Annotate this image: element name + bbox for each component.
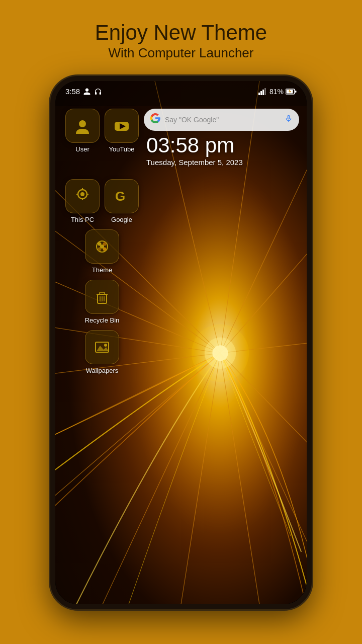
app-this-pc[interactable]: This PC xyxy=(65,179,100,223)
signal-icon xyxy=(258,88,267,95)
clock-date: Tuesday, September 5, 2023 xyxy=(146,158,299,167)
wallpapers-icon xyxy=(93,338,111,356)
recycle-bin-icon-bg xyxy=(85,280,119,314)
promo-title: Enjoy New Theme xyxy=(95,20,267,45)
google-app-icon: G xyxy=(113,187,131,205)
this-pc-label: This PC xyxy=(71,216,94,223)
theme-icon xyxy=(93,237,111,256)
this-pc-icon-bg xyxy=(65,179,100,213)
phone-mockup: 3:58 81% xyxy=(50,76,312,609)
battery-icon xyxy=(286,88,297,95)
phone-screen: 3:58 81% xyxy=(55,81,307,604)
status-left: 3:58 xyxy=(65,87,102,96)
theme-icon-bg xyxy=(85,229,119,264)
app-youtube[interactable]: YouTube xyxy=(105,109,139,153)
svg-rect-22 xyxy=(260,91,262,95)
app-wallpapers[interactable]: Wallpapers xyxy=(65,330,139,374)
svg-rect-46 xyxy=(100,292,105,294)
svg-rect-23 xyxy=(262,90,264,95)
user-label: User xyxy=(75,145,89,153)
search-placeholder: Say "OK Google" xyxy=(165,116,280,124)
search-bar[interactable]: Say "OK Google" xyxy=(144,109,299,131)
promo-subtitle: With Computer Launcher xyxy=(95,45,267,61)
icons-row-2: This PC G Google xyxy=(65,179,139,223)
wallpapers-icon-bg xyxy=(85,330,119,364)
svg-point-32 xyxy=(80,192,84,196)
svg-point-43 xyxy=(100,245,104,249)
svg-rect-24 xyxy=(264,88,266,95)
user-icon xyxy=(73,117,92,135)
app-user[interactable]: User xyxy=(65,109,100,153)
svg-point-51 xyxy=(104,344,107,347)
clock-time: 03:58 pm xyxy=(146,135,299,156)
svg-text:G: G xyxy=(115,189,125,204)
left-icons-column: This PC G Google xyxy=(65,179,139,380)
google-label: Google xyxy=(111,216,132,223)
clock-widget: 03:58 pm Tuesday, September 5, 2023 xyxy=(144,135,299,167)
svg-rect-26 xyxy=(295,91,297,93)
wallpapers-label: Wallpapers xyxy=(86,367,119,374)
youtube-icon-bg xyxy=(105,109,139,143)
svg-point-20 xyxy=(192,325,249,382)
svg-point-28 xyxy=(79,120,86,127)
battery-percent: 81% xyxy=(269,88,284,96)
google-g-icon xyxy=(150,113,161,124)
microphone-icon xyxy=(284,114,293,123)
status-time: 3:58 xyxy=(65,87,80,96)
app-recycle-bin[interactable]: Recycle Bin xyxy=(65,280,139,324)
theme-label: Theme xyxy=(92,266,112,274)
youtube-icon xyxy=(113,117,131,135)
mic-icon[interactable] xyxy=(284,114,293,126)
top-row: User YouTube xyxy=(65,109,299,167)
right-widgets: Say "OK Google" 03:58 pm Tuesday, Septem… xyxy=(144,109,299,167)
status-icon-1 xyxy=(83,88,91,96)
app-google[interactable]: G Google xyxy=(105,179,139,223)
status-right: 81% xyxy=(258,88,297,96)
svg-rect-21 xyxy=(258,93,260,95)
recycle-bin-icon xyxy=(93,288,111,306)
this-pc-icon xyxy=(73,187,92,205)
google-icon-bg: G xyxy=(105,179,139,213)
youtube-label: YouTube xyxy=(109,145,134,153)
recycle-bin-label: Recycle Bin xyxy=(85,316,120,324)
status-bar: 3:58 81% xyxy=(65,87,297,96)
phone-frame: 3:58 81% xyxy=(50,76,312,609)
promo-header: Enjoy New Theme With Computer Launcher xyxy=(95,20,267,61)
user-icon-bg xyxy=(65,109,100,143)
google-logo xyxy=(150,113,161,127)
status-icon-2 xyxy=(94,88,102,96)
app-theme[interactable]: Theme xyxy=(65,229,139,274)
